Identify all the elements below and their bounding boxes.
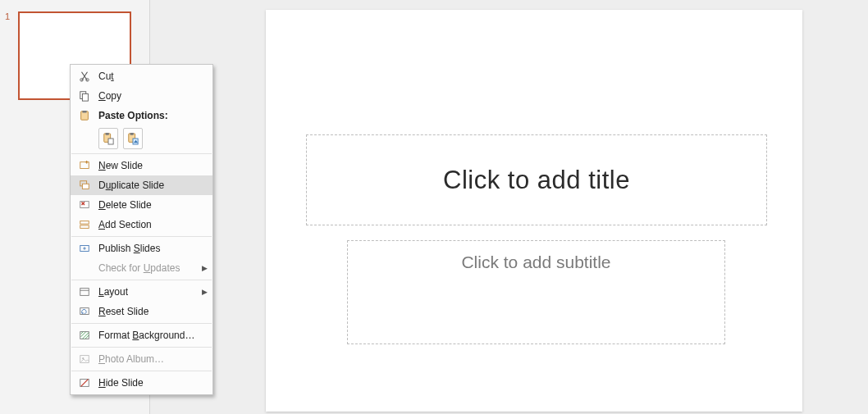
svg-rect-5 xyxy=(82,111,86,113)
svg-rect-7 xyxy=(106,133,109,135)
menu-separator xyxy=(71,323,212,324)
menu-label: Paste Options: xyxy=(94,110,208,121)
menu-separator xyxy=(71,153,212,154)
reset-slide-icon xyxy=(75,306,94,317)
menu-label: Duplicate Slide xyxy=(94,180,208,191)
paste-picture-button[interactable] xyxy=(123,128,143,149)
delete-slide-icon xyxy=(75,199,94,211)
menu-separator xyxy=(71,280,212,280)
cut-icon xyxy=(75,71,94,82)
menu-label: New Slide xyxy=(94,160,208,171)
menu-item-layout[interactable]: Layout ▶ xyxy=(71,282,212,302)
menu-item-reset-slide[interactable]: Reset Slide xyxy=(71,302,212,321)
layout-icon xyxy=(75,286,94,298)
menu-label: Photo Album… xyxy=(94,353,208,365)
subtitle-placeholder[interactable]: Click to add subtitle xyxy=(347,240,725,344)
svg-rect-10 xyxy=(130,133,134,135)
menu-label: Add Section xyxy=(94,219,208,230)
menu-label: Hide Slide xyxy=(94,377,208,389)
menu-item-check-updates: Check for Updates ▶ xyxy=(71,258,212,278)
svg-rect-12 xyxy=(80,162,89,169)
menu-separator xyxy=(71,236,212,237)
paste-options-row xyxy=(71,125,212,152)
add-section-icon xyxy=(75,219,94,230)
format-background-icon xyxy=(75,330,94,341)
menu-label: Cut xyxy=(94,71,208,82)
editor-canvas: Click to add title Click to add subtitle xyxy=(150,0,868,414)
slide-context-menu: Cut Copy Paste Options: New Slide Duplic… xyxy=(70,64,213,395)
menu-item-add-section[interactable]: Add Section xyxy=(71,215,212,234)
menu-item-publish-slides[interactable]: Publish Slides xyxy=(71,239,212,258)
menu-item-delete-slide[interactable]: Delete Slide xyxy=(71,195,212,215)
menu-label: Format Background… xyxy=(94,330,208,341)
menu-item-duplicate-slide[interactable]: Duplicate Slide xyxy=(71,175,212,195)
menu-item-cut[interactable]: Cut xyxy=(71,66,212,86)
menu-header-paste-options: Paste Options: xyxy=(71,106,212,125)
svg-rect-19 xyxy=(80,289,89,296)
menu-item-hide-slide[interactable]: Hide Slide xyxy=(71,373,212,393)
slide-number: 1 xyxy=(5,11,10,21)
menu-label: Layout xyxy=(94,286,199,298)
menu-separator xyxy=(71,347,212,348)
title-placeholder[interactable]: Click to add title xyxy=(306,134,767,225)
slide-canvas[interactable]: Click to add title Click to add subtitle xyxy=(266,10,802,412)
new-slide-icon xyxy=(75,160,94,171)
photo-album-icon xyxy=(75,353,94,365)
submenu-arrow-icon: ▶ xyxy=(199,264,208,272)
submenu-arrow-icon: ▶ xyxy=(199,288,208,296)
publish-slides-icon xyxy=(75,243,94,254)
menu-label: Check for Updates xyxy=(94,262,199,274)
svg-rect-3 xyxy=(82,93,88,101)
paste-icon xyxy=(75,110,94,121)
svg-rect-16 xyxy=(80,221,89,225)
svg-rect-17 xyxy=(80,225,89,229)
copy-icon xyxy=(75,90,94,102)
menu-item-new-slide[interactable]: New Slide xyxy=(71,156,212,175)
hide-slide-icon xyxy=(75,377,94,389)
svg-rect-8 xyxy=(108,139,113,144)
menu-label: Publish Slides xyxy=(94,243,208,254)
svg-rect-14 xyxy=(82,184,89,189)
menu-label: Reset Slide xyxy=(94,306,208,317)
svg-line-26 xyxy=(81,380,89,387)
duplicate-slide-icon xyxy=(75,180,94,191)
paste-keep-source-button[interactable] xyxy=(98,128,118,149)
menu-item-copy[interactable]: Copy xyxy=(71,86,212,106)
menu-label: Delete Slide xyxy=(94,199,208,211)
menu-item-photo-album: Photo Album… xyxy=(71,349,212,369)
menu-separator xyxy=(71,371,212,371)
menu-item-format-background[interactable]: Format Background… xyxy=(71,325,212,345)
menu-label: Copy xyxy=(94,90,208,102)
